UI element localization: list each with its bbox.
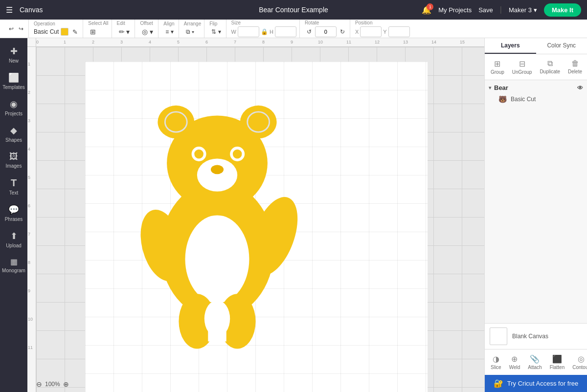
ungroup-icon: ⊟ — [519, 59, 525, 68]
bear-layer-icon: 🐻 — [498, 95, 507, 103]
sidebar-item-text[interactable]: T Text — [2, 174, 25, 199]
delete-button[interactable]: 🗑 Delete — [564, 57, 586, 77]
text-icon: T — [11, 177, 17, 189]
lock-icon[interactable]: 🔒 — [261, 28, 268, 35]
flatten-label: Flatten — [550, 365, 565, 370]
select-all-button[interactable]: ⊞ — [88, 27, 98, 37]
pos-x-label: X — [355, 29, 359, 35]
blank-canvas-preview — [490, 327, 507, 345]
attach-label: Attach — [528, 365, 542, 370]
new-icon: ✚ — [10, 46, 18, 57]
maker-label: Maker 3 — [509, 6, 532, 14]
weld-button[interactable]: ⊕ Weld — [505, 352, 524, 372]
my-projects-button[interactable]: My Projects — [438, 6, 472, 14]
duplicate-button[interactable]: ⧉ Duplicate — [536, 57, 564, 77]
eye-icon[interactable]: 👁 — [577, 85, 583, 91]
sidebar-label-phrases: Phrases — [5, 217, 23, 222]
templates-icon: ⬜ — [8, 72, 19, 83]
rotate-cw-icon[interactable]: ↻ — [338, 27, 347, 36]
contour-label: Contour — [572, 365, 587, 370]
left-sidebar: ✚ New ⬜ Templates ◉ Projects ◆ Shapes 🖼 … — [0, 38, 27, 392]
layer-item-basic-cut[interactable]: 🐻 Basic Cut — [485, 93, 587, 105]
color-swatch[interactable] — [61, 28, 68, 36]
size-h-label: H — [270, 29, 273, 35]
delete-icon: 🗑 — [571, 59, 579, 68]
slice-button[interactable]: ◑ Slice — [487, 352, 505, 372]
maker-selector[interactable]: Maker 3 ▾ — [509, 6, 537, 14]
operation-label: Operation — [34, 21, 55, 26]
rotate-input[interactable] — [315, 26, 337, 37]
tab-color-sync[interactable]: Color Sync — [536, 38, 587, 54]
delete-label: Delete — [568, 69, 582, 74]
monogram-icon: ▦ — [10, 257, 18, 266]
save-button[interactable]: Save — [478, 6, 493, 14]
menu-icon[interactable]: ☰ — [6, 5, 13, 15]
operation-value: Basic Cut — [34, 28, 59, 35]
flip-button[interactable]: ⇅ ▾ — [209, 27, 223, 36]
slice-label: Slice — [491, 365, 501, 370]
redo-button[interactable]: ↪ — [17, 24, 25, 33]
contour-icon: ◎ — [578, 354, 585, 364]
align-label: Align — [163, 21, 174, 26]
arrange-label: Arrange — [184, 21, 202, 26]
pos-x-input[interactable] — [360, 26, 382, 37]
cricut-banner[interactable]: 🔐 Try Cricut Access for free — [485, 375, 587, 392]
sidebar-item-monogram[interactable]: ▦ Monogram — [2, 253, 25, 277]
upload-icon: ⬆ — [10, 231, 18, 241]
sidebar-label-upload: Upload — [6, 243, 22, 248]
canvas-content[interactable] — [36, 47, 484, 392]
arrange-button[interactable]: ⧉ ▾ — [184, 27, 196, 36]
group-icon: ⊞ — [494, 59, 500, 68]
bear-illustration[interactable] — [124, 76, 310, 360]
sidebar-item-templates[interactable]: ⬜ Templates — [2, 68, 25, 94]
sidebar-item-new[interactable]: ✚ New — [2, 42, 25, 67]
edit-icon[interactable]: ✎ — [70, 27, 80, 37]
right-actions: ⊞ Group ⊟ UnGroup ⧉ Duplicate 🗑 Delete — [485, 54, 587, 80]
position-label: Position — [355, 20, 373, 25]
size-w-input[interactable] — [238, 26, 259, 37]
offset-button[interactable]: ◎ ▾ — [140, 27, 155, 37]
pos-y-input[interactable] — [388, 26, 410, 37]
edit-button[interactable]: ✏ ▾ — [117, 27, 132, 37]
edit-label: Edit — [117, 21, 125, 26]
layer-group-bear[interactable]: ▾ Bear 👁 — [485, 82, 587, 93]
contour-button[interactable]: ◎ Contour — [568, 352, 587, 372]
divider: | — [500, 5, 502, 14]
offset-label: Offset — [140, 21, 153, 26]
projects-icon: ◉ — [10, 99, 18, 109]
zoom-out-button[interactable]: ⊖ — [36, 380, 42, 388]
sidebar-label-monogram: Monogram — [2, 268, 25, 273]
sidebar-item-phrases[interactable]: 💬 Phrases — [2, 200, 25, 226]
main-area: ✚ New ⬜ Templates ◉ Projects ◆ Shapes 🖼 … — [0, 38, 587, 392]
weld-icon: ⊕ — [511, 354, 518, 364]
zoom-in-button[interactable]: ⊕ — [63, 380, 69, 388]
rotate-label: Rotate — [305, 20, 319, 25]
chevron-down-icon: ▾ — [534, 6, 537, 14]
sidebar-item-upload[interactable]: ⬆ Upload — [2, 227, 25, 252]
group-name: Bear — [494, 84, 508, 91]
tab-layers[interactable]: Layers — [485, 38, 536, 54]
ungroup-button[interactable]: ⊟ UnGroup — [508, 57, 536, 77]
shapes-icon: ◆ — [10, 125, 17, 136]
project-title: Bear Contour Example — [259, 6, 328, 14]
notification-button[interactable]: 🔔 1 — [422, 5, 431, 15]
size-h-input[interactable] — [275, 26, 296, 37]
ungroup-label: UnGroup — [512, 69, 532, 75]
align-button[interactable]: ≡ ▾ — [163, 27, 175, 36]
sidebar-label-shapes: Shapes — [5, 137, 22, 143]
layer-item-name: Basic Cut — [511, 96, 583, 103]
undo-button[interactable]: ↩ — [7, 24, 16, 33]
group-button[interactable]: ⊞ Group — [487, 57, 508, 77]
svg-point-18 — [204, 300, 230, 337]
sidebar-item-shapes[interactable]: ◆ Shapes — [2, 121, 25, 147]
make-it-button[interactable]: Make It — [544, 3, 581, 17]
sidebar-item-images[interactable]: 🖼 Images — [2, 148, 25, 173]
flatten-button[interactable]: ⬛ Flatten — [546, 352, 569, 372]
canvas-area[interactable]: 0 1 2 3 4 5 6 7 8 9 10 11 12 13 14 15 1 … — [27, 38, 484, 392]
rotate-ccw-icon[interactable]: ↺ — [305, 27, 314, 36]
svg-point-3 — [165, 112, 187, 132]
sidebar-item-projects[interactable]: ◉ Projects — [2, 95, 25, 120]
flatten-icon: ⬛ — [552, 354, 562, 364]
cricut-banner-text: Try Cricut Access for free — [507, 380, 578, 387]
attach-button[interactable]: 📎 Attach — [524, 352, 545, 372]
